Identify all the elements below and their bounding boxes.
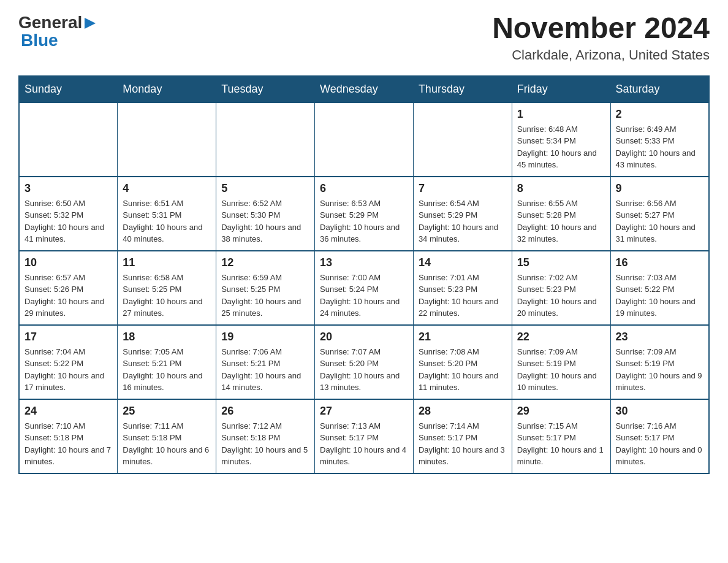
- day-info: Sunrise: 7:09 AMSunset: 5:19 PMDaylight:…: [517, 346, 605, 394]
- header-wednesday: Wednesday: [315, 76, 414, 102]
- day-number: 19: [221, 331, 309, 343]
- day-info: Sunrise: 6:58 AMSunset: 5:25 PMDaylight:…: [123, 272, 211, 320]
- day-number: 3: [25, 182, 112, 195]
- day-number: 17: [25, 331, 112, 343]
- calendar-cell: 29Sunrise: 7:15 AMSunset: 5:17 PMDayligh…: [512, 399, 610, 473]
- calendar-cell: [315, 102, 414, 177]
- logo-blue-text: Blue: [21, 31, 58, 50]
- day-number: 30: [616, 405, 703, 418]
- header-saturday: Saturday: [610, 76, 709, 102]
- day-info: Sunrise: 7:13 AMSunset: 5:17 PMDaylight:…: [320, 420, 408, 468]
- day-info: Sunrise: 6:48 AMSunset: 5:34 PMDaylight:…: [517, 123, 605, 171]
- calendar-cell: 30Sunrise: 7:16 AMSunset: 5:17 PMDayligh…: [610, 399, 709, 473]
- day-number: 11: [123, 256, 211, 269]
- calendar-week-3: 10Sunrise: 6:57 AMSunset: 5:26 PMDayligh…: [19, 251, 709, 325]
- calendar-cell: 4Sunrise: 6:51 AMSunset: 5:31 PMDaylight…: [118, 177, 216, 251]
- day-number: 10: [25, 256, 112, 269]
- day-info: Sunrise: 6:49 AMSunset: 5:33 PMDaylight:…: [616, 123, 703, 171]
- day-number: 8: [517, 182, 605, 195]
- day-number: 14: [419, 256, 507, 269]
- day-info: Sunrise: 7:09 AMSunset: 5:19 PMDaylight:…: [616, 346, 703, 394]
- header-thursday: Thursday: [413, 76, 512, 102]
- day-number: 15: [517, 256, 605, 269]
- calendar-cell: 21Sunrise: 7:08 AMSunset: 5:20 PMDayligh…: [413, 325, 512, 399]
- day-number: 28: [419, 405, 507, 418]
- day-number: 25: [123, 405, 211, 418]
- day-info: Sunrise: 7:11 AMSunset: 5:18 PMDaylight:…: [123, 420, 211, 468]
- day-info: Sunrise: 7:10 AMSunset: 5:18 PMDaylight:…: [25, 420, 112, 468]
- day-info: Sunrise: 7:04 AMSunset: 5:22 PMDaylight:…: [25, 346, 112, 394]
- day-info: Sunrise: 7:00 AMSunset: 5:24 PMDaylight:…: [320, 272, 408, 320]
- calendar-cell: 25Sunrise: 7:11 AMSunset: 5:18 PMDayligh…: [118, 399, 216, 473]
- header-friday: Friday: [512, 76, 610, 102]
- calendar-cell: [216, 102, 315, 177]
- header-monday: Monday: [118, 76, 216, 102]
- day-info: Sunrise: 7:01 AMSunset: 5:23 PMDaylight:…: [419, 272, 507, 320]
- calendar-cell: 3Sunrise: 6:50 AMSunset: 5:32 PMDaylight…: [19, 177, 118, 251]
- day-info: Sunrise: 6:54 AMSunset: 5:29 PMDaylight:…: [419, 197, 507, 245]
- day-info: Sunrise: 6:53 AMSunset: 5:29 PMDaylight:…: [320, 197, 408, 245]
- calendar-cell: 10Sunrise: 6:57 AMSunset: 5:26 PMDayligh…: [19, 251, 118, 325]
- day-number: 13: [320, 256, 408, 269]
- day-info: Sunrise: 6:56 AMSunset: 5:27 PMDaylight:…: [616, 197, 703, 245]
- calendar-header-row: Sunday Monday Tuesday Wednesday Thursday…: [19, 76, 709, 102]
- day-info: Sunrise: 7:06 AMSunset: 5:21 PMDaylight:…: [221, 346, 309, 394]
- day-number: 24: [25, 405, 112, 418]
- day-info: Sunrise: 7:15 AMSunset: 5:17 PMDaylight:…: [517, 420, 605, 468]
- day-number: 4: [123, 182, 211, 195]
- day-info: Sunrise: 7:12 AMSunset: 5:18 PMDaylight:…: [221, 420, 309, 468]
- location-subtitle: Clarkdale, Arizona, United States: [492, 47, 710, 63]
- day-number: 1: [517, 108, 605, 121]
- day-info: Sunrise: 7:02 AMSunset: 5:23 PMDaylight:…: [517, 272, 605, 320]
- calendar-cell: 27Sunrise: 7:13 AMSunset: 5:17 PMDayligh…: [315, 399, 414, 473]
- calendar-cell: 5Sunrise: 6:52 AMSunset: 5:30 PMDaylight…: [216, 177, 315, 251]
- calendar-cell: 13Sunrise: 7:00 AMSunset: 5:24 PMDayligh…: [315, 251, 414, 325]
- calendar-cell: 17Sunrise: 7:04 AMSunset: 5:22 PMDayligh…: [19, 325, 118, 399]
- calendar-cell: 2Sunrise: 6:49 AMSunset: 5:33 PMDaylight…: [610, 102, 709, 177]
- day-number: 16: [616, 256, 703, 269]
- day-number: 27: [320, 405, 408, 418]
- title-area: November 2024 Clarkdale, Arizona, United…: [492, 12, 710, 63]
- logo-general-text: General: [18, 13, 82, 33]
- day-number: 20: [320, 331, 408, 343]
- day-number: 18: [123, 331, 211, 343]
- calendar-cell: 7Sunrise: 6:54 AMSunset: 5:29 PMDaylight…: [413, 177, 512, 251]
- calendar-cell: 6Sunrise: 6:53 AMSunset: 5:29 PMDaylight…: [315, 177, 414, 251]
- calendar-week-5: 24Sunrise: 7:10 AMSunset: 5:18 PMDayligh…: [19, 399, 709, 473]
- svg-marker-0: [85, 18, 96, 29]
- header-tuesday: Tuesday: [216, 76, 315, 102]
- calendar-cell: 24Sunrise: 7:10 AMSunset: 5:18 PMDayligh…: [19, 399, 118, 473]
- day-info: Sunrise: 6:55 AMSunset: 5:28 PMDaylight:…: [517, 197, 605, 245]
- calendar-cell: 18Sunrise: 7:05 AMSunset: 5:21 PMDayligh…: [118, 325, 216, 399]
- logo-arrow-icon: [85, 13, 96, 33]
- day-info: Sunrise: 7:14 AMSunset: 5:17 PMDaylight:…: [419, 420, 507, 468]
- calendar-cell: 22Sunrise: 7:09 AMSunset: 5:19 PMDayligh…: [512, 325, 610, 399]
- calendar-cell: 26Sunrise: 7:12 AMSunset: 5:18 PMDayligh…: [216, 399, 315, 473]
- day-info: Sunrise: 7:16 AMSunset: 5:17 PMDaylight:…: [616, 420, 703, 468]
- calendar-cell: 23Sunrise: 7:09 AMSunset: 5:19 PMDayligh…: [610, 325, 709, 399]
- header-sunday: Sunday: [19, 76, 118, 102]
- day-info: Sunrise: 7:08 AMSunset: 5:20 PMDaylight:…: [419, 346, 507, 394]
- day-number: 26: [221, 405, 309, 418]
- day-info: Sunrise: 6:50 AMSunset: 5:32 PMDaylight:…: [25, 197, 112, 245]
- day-number: 5: [221, 182, 309, 195]
- day-number: 22: [517, 331, 605, 343]
- day-number: 23: [616, 331, 703, 343]
- calendar-cell: 1Sunrise: 6:48 AMSunset: 5:34 PMDaylight…: [512, 102, 610, 177]
- calendar-cell: 15Sunrise: 7:02 AMSunset: 5:23 PMDayligh…: [512, 251, 610, 325]
- day-info: Sunrise: 6:52 AMSunset: 5:30 PMDaylight:…: [221, 197, 309, 245]
- day-number: 9: [616, 182, 703, 195]
- day-info: Sunrise: 7:07 AMSunset: 5:20 PMDaylight:…: [320, 346, 408, 394]
- calendar-cell: 14Sunrise: 7:01 AMSunset: 5:23 PMDayligh…: [413, 251, 512, 325]
- day-info: Sunrise: 7:05 AMSunset: 5:21 PMDaylight:…: [123, 346, 211, 394]
- calendar-week-1: 1Sunrise: 6:48 AMSunset: 5:34 PMDaylight…: [19, 102, 709, 177]
- day-info: Sunrise: 7:03 AMSunset: 5:22 PMDaylight:…: [616, 272, 703, 320]
- calendar-cell: 16Sunrise: 7:03 AMSunset: 5:22 PMDayligh…: [610, 251, 709, 325]
- calendar-cell: 19Sunrise: 7:06 AMSunset: 5:21 PMDayligh…: [216, 325, 315, 399]
- header: General Blue November 2024 Clarkdale, Ar…: [18, 12, 710, 63]
- day-number: 2: [616, 108, 703, 121]
- calendar-cell: [19, 102, 118, 177]
- calendar-cell: 12Sunrise: 6:59 AMSunset: 5:25 PMDayligh…: [216, 251, 315, 325]
- calendar-cell: 9Sunrise: 6:56 AMSunset: 5:27 PMDaylight…: [610, 177, 709, 251]
- logo-bottom-row: Blue: [18, 31, 58, 50]
